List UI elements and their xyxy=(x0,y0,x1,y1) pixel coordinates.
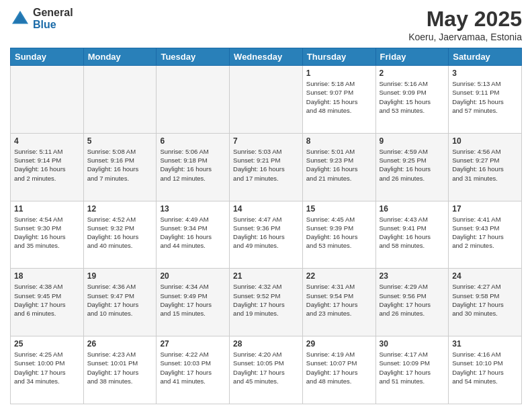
day-info: Sunrise: 4:31 AM Sunset: 9:54 PM Dayligh… xyxy=(306,282,372,318)
table-row: 9Sunrise: 4:59 AM Sunset: 9:25 PM Daylig… xyxy=(375,133,449,201)
day-info: Sunrise: 5:06 AM Sunset: 9:18 PM Dayligh… xyxy=(160,147,226,183)
day-info: Sunrise: 5:08 AM Sunset: 9:16 PM Dayligh… xyxy=(87,147,153,183)
day-info: Sunrise: 4:17 AM Sunset: 10:09 PM Daylig… xyxy=(380,350,445,385)
table-row: 28Sunrise: 4:20 AM Sunset: 10:05 PM Dayl… xyxy=(230,336,303,404)
header: General Blue May 2025 Koeru, Jaervamaa, … xyxy=(10,7,522,42)
day-info: Sunrise: 5:18 AM Sunset: 9:07 PM Dayligh… xyxy=(306,79,372,115)
day-number: 1 xyxy=(306,68,372,78)
calendar-week-row: 1Sunrise: 5:18 AM Sunset: 9:07 PM Daylig… xyxy=(11,66,522,134)
table-row: 25Sunrise: 4:25 AM Sunset: 10:00 PM Dayl… xyxy=(11,336,84,404)
logo: General Blue xyxy=(10,7,73,30)
day-number: 19 xyxy=(87,271,153,281)
table-row: 29Sunrise: 4:19 AM Sunset: 10:07 PM Dayl… xyxy=(302,336,375,404)
day-number: 15 xyxy=(306,204,372,214)
calendar-week-row: 4Sunrise: 5:11 AM Sunset: 9:14 PM Daylig… xyxy=(11,133,522,201)
logo-icon xyxy=(10,9,30,29)
day-number: 12 xyxy=(87,204,153,214)
day-number: 22 xyxy=(306,271,372,281)
day-info: Sunrise: 5:13 AM Sunset: 9:11 PM Dayligh… xyxy=(452,79,518,115)
table-row: 5Sunrise: 5:08 AM Sunset: 9:16 PM Daylig… xyxy=(83,133,157,201)
table-row: 10Sunrise: 4:56 AM Sunset: 9:27 PM Dayli… xyxy=(449,133,522,201)
table-row: 27Sunrise: 4:22 AM Sunset: 10:03 PM Dayl… xyxy=(157,336,230,404)
day-number: 9 xyxy=(380,136,445,146)
header-monday: Monday xyxy=(83,48,157,66)
day-info: Sunrise: 4:23 AM Sunset: 10:01 PM Daylig… xyxy=(87,350,153,385)
day-info: Sunrise: 4:47 AM Sunset: 9:36 PM Dayligh… xyxy=(233,215,299,250)
calendar-week-row: 11Sunrise: 4:54 AM Sunset: 9:30 PM Dayli… xyxy=(11,201,522,269)
day-info: Sunrise: 4:27 AM Sunset: 9:58 PM Dayligh… xyxy=(452,282,518,318)
day-number: 18 xyxy=(14,271,80,281)
table-row: 7Sunrise: 5:03 AM Sunset: 9:21 PM Daylig… xyxy=(230,133,303,201)
table-row: 23Sunrise: 4:29 AM Sunset: 9:56 PM Dayli… xyxy=(375,269,449,336)
table-row: 8Sunrise: 5:01 AM Sunset: 9:23 PM Daylig… xyxy=(302,133,375,201)
day-info: Sunrise: 4:20 AM Sunset: 10:05 PM Daylig… xyxy=(233,350,299,385)
table-row: 26Sunrise: 4:23 AM Sunset: 10:01 PM Dayl… xyxy=(83,336,157,404)
header-thursday: Thursday xyxy=(302,48,375,66)
day-number: 3 xyxy=(452,68,518,78)
table-row: 31Sunrise: 4:16 AM Sunset: 10:10 PM Dayl… xyxy=(449,336,522,404)
header-tuesday: Tuesday xyxy=(157,48,230,66)
calendar-table: Sunday Monday Tuesday Wednesday Thursday… xyxy=(10,48,522,404)
table-row: 4Sunrise: 5:11 AM Sunset: 9:14 PM Daylig… xyxy=(11,133,84,201)
table-row: 14Sunrise: 4:47 AM Sunset: 9:36 PM Dayli… xyxy=(230,201,303,269)
header-wednesday: Wednesday xyxy=(230,48,303,66)
table-row: 30Sunrise: 4:17 AM Sunset: 10:09 PM Dayl… xyxy=(375,336,449,404)
day-info: Sunrise: 4:38 AM Sunset: 9:45 PM Dayligh… xyxy=(14,282,80,318)
table-row: 18Sunrise: 4:38 AM Sunset: 9:45 PM Dayli… xyxy=(11,269,84,336)
day-info: Sunrise: 5:01 AM Sunset: 9:23 PM Dayligh… xyxy=(306,147,372,183)
table-row: 6Sunrise: 5:06 AM Sunset: 9:18 PM Daylig… xyxy=(157,133,230,201)
day-info: Sunrise: 4:16 AM Sunset: 10:10 PM Daylig… xyxy=(452,350,518,385)
day-number: 11 xyxy=(14,204,80,214)
header-sunday: Sunday xyxy=(11,48,84,66)
logo-general-text: General xyxy=(33,7,73,19)
day-info: Sunrise: 4:22 AM Sunset: 10:03 PM Daylig… xyxy=(160,350,226,385)
header-friday: Friday xyxy=(375,48,449,66)
day-number: 21 xyxy=(233,271,299,281)
day-info: Sunrise: 4:54 AM Sunset: 9:30 PM Dayligh… xyxy=(14,215,80,250)
day-info: Sunrise: 4:43 AM Sunset: 9:41 PM Dayligh… xyxy=(380,215,445,250)
title-block: May 2025 Koeru, Jaervamaa, Estonia xyxy=(408,7,522,42)
day-number: 8 xyxy=(306,136,372,146)
table-row: 21Sunrise: 4:32 AM Sunset: 9:52 PM Dayli… xyxy=(230,269,303,336)
day-info: Sunrise: 4:52 AM Sunset: 9:32 PM Dayligh… xyxy=(87,215,153,250)
logo-blue-text: Blue xyxy=(33,19,73,31)
table-row: 22Sunrise: 4:31 AM Sunset: 9:54 PM Dayli… xyxy=(302,269,375,336)
day-number: 17 xyxy=(452,204,518,214)
table-row: 17Sunrise: 4:41 AM Sunset: 9:43 PM Dayli… xyxy=(449,201,522,269)
day-number: 25 xyxy=(14,339,80,349)
calendar-header-row: Sunday Monday Tuesday Wednesday Thursday… xyxy=(11,48,522,66)
day-number: 14 xyxy=(233,204,299,214)
day-number: 5 xyxy=(87,136,153,146)
table-row: 2Sunrise: 5:16 AM Sunset: 9:09 PM Daylig… xyxy=(375,66,449,134)
day-info: Sunrise: 4:41 AM Sunset: 9:43 PM Dayligh… xyxy=(452,215,518,250)
day-number: 10 xyxy=(452,136,518,146)
day-number: 2 xyxy=(380,68,445,78)
table-row xyxy=(11,66,84,134)
day-info: Sunrise: 4:59 AM Sunset: 9:25 PM Dayligh… xyxy=(380,147,445,183)
day-info: Sunrise: 4:49 AM Sunset: 9:34 PM Dayligh… xyxy=(160,215,226,250)
table-row: 3Sunrise: 5:13 AM Sunset: 9:11 PM Daylig… xyxy=(449,66,522,134)
table-row: 13Sunrise: 4:49 AM Sunset: 9:34 PM Dayli… xyxy=(157,201,230,269)
day-number: 24 xyxy=(452,271,518,281)
header-saturday: Saturday xyxy=(449,48,522,66)
table-row: 20Sunrise: 4:34 AM Sunset: 9:49 PM Dayli… xyxy=(157,269,230,336)
table-row: 19Sunrise: 4:36 AM Sunset: 9:47 PM Dayli… xyxy=(83,269,157,336)
day-info: Sunrise: 5:11 AM Sunset: 9:14 PM Dayligh… xyxy=(14,147,80,183)
table-row: 11Sunrise: 4:54 AM Sunset: 9:30 PM Dayli… xyxy=(11,201,84,269)
table-row: 15Sunrise: 4:45 AM Sunset: 9:39 PM Dayli… xyxy=(302,201,375,269)
day-info: Sunrise: 4:19 AM Sunset: 10:07 PM Daylig… xyxy=(306,350,372,385)
day-info: Sunrise: 4:56 AM Sunset: 9:27 PM Dayligh… xyxy=(452,147,518,183)
table-row: 12Sunrise: 4:52 AM Sunset: 9:32 PM Dayli… xyxy=(83,201,157,269)
main-title: May 2025 xyxy=(408,7,522,32)
day-number: 27 xyxy=(160,339,226,349)
day-number: 4 xyxy=(14,136,80,146)
day-info: Sunrise: 4:29 AM Sunset: 9:56 PM Dayligh… xyxy=(380,282,445,318)
day-number: 16 xyxy=(380,204,445,214)
table-row xyxy=(157,66,230,134)
day-number: 7 xyxy=(233,136,299,146)
subtitle: Koeru, Jaervamaa, Estonia xyxy=(408,32,522,42)
day-info: Sunrise: 4:32 AM Sunset: 9:52 PM Dayligh… xyxy=(233,282,299,318)
calendar-week-row: 25Sunrise: 4:25 AM Sunset: 10:00 PM Dayl… xyxy=(11,336,522,404)
table-row xyxy=(83,66,157,134)
day-number: 31 xyxy=(452,339,518,349)
